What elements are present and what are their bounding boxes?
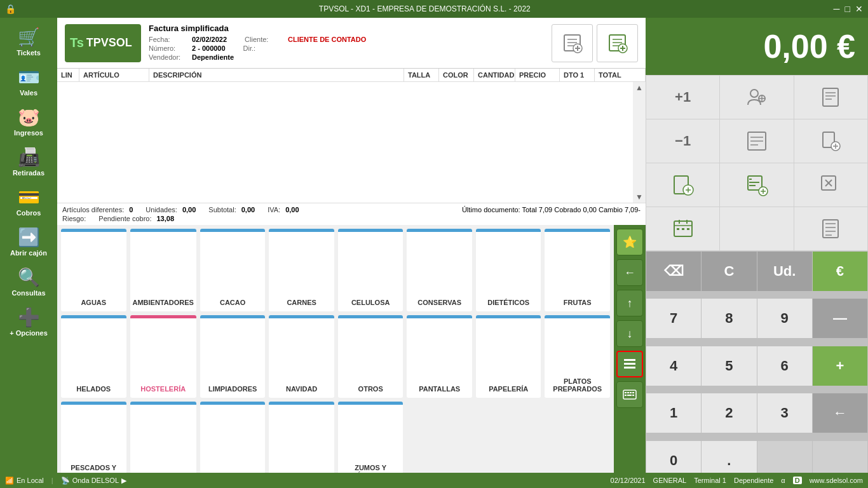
col-talla: TALLA bbox=[404, 69, 439, 81]
articulos-val: 0 bbox=[129, 206, 133, 214]
product-limpiadores[interactable]: LIMPIADORES bbox=[200, 315, 266, 398]
sidebar-label-tickets: Tickets bbox=[17, 49, 41, 57]
product-dieteticos[interactable]: DIETÉTICOS bbox=[476, 229, 541, 311]
num-5[interactable]: 5 bbox=[702, 346, 756, 386]
sidebar-item-retiradas[interactable]: 📠 Retiradas bbox=[3, 143, 54, 180]
product-zumos-nectares[interactable]: ZUMOS Y NÉCTARES bbox=[338, 402, 403, 484]
product-verduras[interactable]: VERDURAS bbox=[269, 402, 334, 484]
backspace-btn[interactable]: ← bbox=[813, 393, 867, 433]
plus-one-btn[interactable]: +1 bbox=[646, 76, 719, 119]
num-2[interactable]: 2 bbox=[702, 393, 756, 433]
num-4[interactable]: 4 bbox=[646, 346, 701, 386]
product-platos-preparados[interactable]: PLATOS PREPARADOS bbox=[545, 315, 610, 398]
client-ticket-btn[interactable] bbox=[794, 119, 867, 163]
status-date: 02/12/2021 bbox=[611, 477, 646, 484]
list-btn[interactable] bbox=[720, 119, 793, 163]
cancel-ticket-btn[interactable] bbox=[794, 163, 867, 207]
product-helados[interactable]: HELADOS bbox=[61, 315, 126, 398]
num-3[interactable]: 3 bbox=[757, 393, 812, 433]
maximize-button[interactable]: □ bbox=[845, 4, 850, 14]
sidebar-label-cobros: Cobros bbox=[17, 209, 41, 217]
svg-rect-59 bbox=[677, 228, 679, 230]
client-btn[interactable] bbox=[720, 76, 793, 119]
product-ambientadores[interactable]: AMBIENTADORES bbox=[130, 229, 196, 311]
num-7[interactable]: 7 bbox=[646, 299, 701, 338]
col-articulo: ARTÍCULO bbox=[79, 69, 149, 81]
product-hosteleria[interactable]: HOSTELERÍA bbox=[130, 315, 196, 398]
opciones-icon: ➕ bbox=[18, 307, 40, 328]
sidebar-item-cobros[interactable]: 💳 Cobros bbox=[3, 183, 54, 220]
pendiente-val: 13,08 bbox=[156, 215, 174, 222]
product-conservas[interactable]: CONSERVAS bbox=[407, 229, 472, 311]
subtotal-val: 0,00 bbox=[241, 206, 255, 214]
num-1[interactable]: 1 bbox=[646, 393, 701, 433]
nav-keyboard-btn[interactable] bbox=[616, 381, 643, 408]
product-aguas[interactable]: AGUAS bbox=[61, 229, 126, 311]
col-color: COLOR bbox=[439, 69, 474, 81]
close-button[interactable]: ✕ bbox=[855, 4, 863, 14]
retiradas-icon: 📠 bbox=[18, 147, 40, 168]
nav-down-btn[interactable]: ↓ bbox=[616, 320, 643, 347]
sidebar-label-vales: Vales bbox=[20, 89, 37, 97]
main-layout: 🛒 Tickets 🪪 Vales 🐷 Ingresos 📠 Retiradas… bbox=[0, 18, 868, 488]
grid-add-btn[interactable] bbox=[720, 163, 793, 207]
product-grid: AGUAS AMBIENTADORES CACAO CARNES CELULOS… bbox=[57, 225, 614, 488]
sidebar-item-ingresos[interactable]: 🐷 Ingresos bbox=[3, 103, 54, 140]
invoice-action-2[interactable] bbox=[597, 24, 638, 62]
iva-label: IVA: bbox=[268, 206, 280, 214]
product-frutas[interactable]: FRUTAS bbox=[545, 229, 610, 311]
product-celulosa[interactable]: CELULOSA bbox=[338, 229, 403, 311]
scroll-down-btn[interactable]: ▼ bbox=[635, 193, 643, 201]
clear-btn[interactable]: C bbox=[702, 252, 756, 291]
sidebar-item-consultas[interactable]: 🔍 Consultas bbox=[3, 263, 54, 301]
product-carnes[interactable]: CARNES bbox=[269, 229, 334, 311]
col-lin: LIN bbox=[57, 69, 79, 81]
svg-rect-47 bbox=[749, 182, 759, 183]
ultimo-doc: Último documento: Total 7,09 Cobrado 0,0… bbox=[462, 206, 641, 214]
product-pescados-mariscos[interactable]: PESCADOS Y MARISCOS bbox=[61, 402, 126, 484]
subtotal-label: Subtotal: bbox=[208, 206, 236, 214]
top-bar bbox=[130, 402, 196, 405]
euro-btn[interactable]: € bbox=[813, 252, 867, 291]
sidebar-item-tickets[interactable]: 🛒 Tickets bbox=[3, 23, 54, 60]
calendar-btn[interactable] bbox=[646, 207, 719, 250]
nav-back-btn[interactable]: ← bbox=[616, 259, 643, 286]
minus-btn[interactable]: — bbox=[813, 299, 867, 338]
sidebar-item-abrir-cajon[interactable]: ➡️ Abrir cajón bbox=[3, 223, 54, 261]
report-btn[interactable] bbox=[794, 207, 867, 250]
minus-one-btn[interactable]: −1 bbox=[646, 119, 719, 163]
invoice-action-1[interactable] bbox=[552, 24, 593, 62]
product-cacao[interactable]: CACAO bbox=[200, 229, 266, 311]
search-ticket-btn[interactable] bbox=[646, 163, 719, 207]
top-bar bbox=[407, 229, 472, 232]
del-btn[interactable]: ⌫ bbox=[646, 252, 701, 291]
nav-up-btn[interactable]: ↑ bbox=[616, 290, 643, 316]
num-6[interactable]: 6 bbox=[757, 346, 812, 386]
table-scrollbar: ▲ ▼ bbox=[633, 82, 646, 203]
ticket-btn[interactable] bbox=[794, 76, 867, 119]
ud-btn[interactable]: Ud. bbox=[757, 252, 812, 291]
product-snacks[interactable]: SNACKS bbox=[200, 402, 266, 484]
minimize-button[interactable]: ─ bbox=[834, 4, 840, 14]
product-otros[interactable]: OTROS bbox=[338, 315, 403, 398]
sidebar-item-vales[interactable]: 🪪 Vales bbox=[3, 63, 54, 100]
num-8[interactable]: 8 bbox=[702, 299, 756, 338]
top-bar bbox=[130, 315, 196, 318]
plus-btn[interactable]: + bbox=[813, 346, 867, 386]
top-bar bbox=[200, 402, 266, 405]
favorites-btn[interactable]: ⭐ bbox=[616, 229, 643, 255]
product-pantallas[interactable]: PANTALLAS bbox=[407, 315, 472, 398]
num-9[interactable]: 9 bbox=[757, 299, 812, 338]
col-precio: PRECIO bbox=[515, 69, 560, 81]
product-refrescos[interactable]: REFRESCOS bbox=[130, 402, 196, 484]
logo-tpvsol: TPVSOL bbox=[86, 36, 132, 50]
sidebar-item-opciones[interactable]: ➕ + Opciones bbox=[3, 303, 54, 341]
nav-list-btn[interactable] bbox=[616, 351, 643, 377]
tickets-icon: 🛒 bbox=[18, 27, 40, 48]
numpad: ⌫ C Ud. € 7 8 9 — 4 5 6 + 1 2 3 ← 0 . bbox=[646, 251, 868, 488]
scroll-up-btn[interactable]: ▲ bbox=[635, 83, 643, 92]
product-papeleria[interactable]: PAPELERÍA bbox=[476, 315, 541, 398]
product-navidad[interactable]: NAVIDAD bbox=[269, 315, 334, 398]
sidebar-label-consultas: Consultas bbox=[11, 289, 45, 297]
top-bar bbox=[200, 229, 266, 232]
